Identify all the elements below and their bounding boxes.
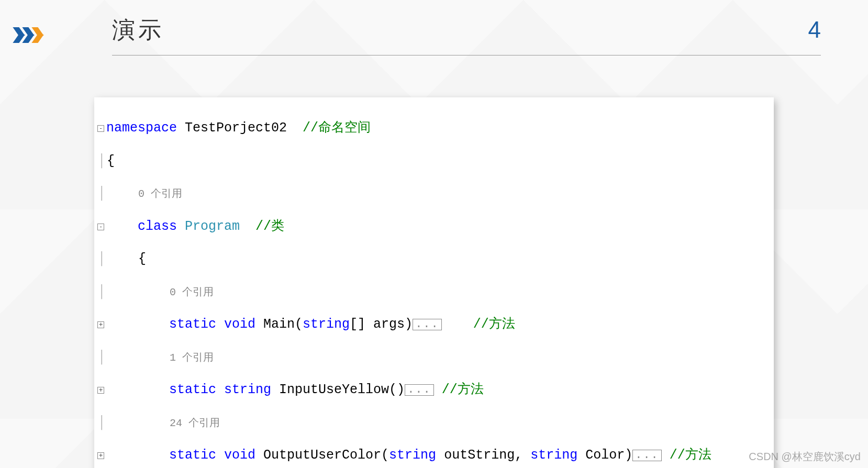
chevron-icon bbox=[16, 27, 24, 43]
codelens-references[interactable]: 24 个引用 bbox=[170, 417, 220, 429]
params: Color) bbox=[577, 448, 632, 463]
keyword: static bbox=[169, 317, 216, 332]
namespace-name: TestPorject02 bbox=[177, 120, 303, 136]
watermark-text: CSDN @林空鹿饮溪cyd bbox=[749, 450, 861, 464]
code-content: -namespace TestPorject02 //命名空间 │{ │ 0 个… bbox=[94, 104, 774, 468]
codelens-references[interactable]: 1 个引用 bbox=[170, 352, 214, 364]
type-name: Program bbox=[177, 219, 255, 234]
comment: //方法 bbox=[670, 448, 711, 463]
fold-minus-icon[interactable]: - bbox=[97, 224, 104, 230]
keyword: static bbox=[169, 448, 216, 463]
keyword: string bbox=[530, 448, 577, 463]
method-name: InputUseYellow() bbox=[271, 382, 405, 397]
method-name: Main( bbox=[255, 317, 303, 332]
comment: //命名空间 bbox=[303, 120, 371, 136]
chevron-icon bbox=[25, 27, 34, 43]
codelens-references[interactable]: 0 个引用 bbox=[170, 286, 214, 298]
fold-plus-icon[interactable]: + bbox=[97, 321, 104, 328]
fold-plus-icon[interactable]: + bbox=[97, 452, 104, 459]
chevron-icon bbox=[35, 27, 43, 43]
brace: { bbox=[107, 153, 115, 169]
keyword: static bbox=[169, 382, 216, 397]
collapsed-region[interactable]: ... bbox=[413, 319, 442, 330]
fold-minus-icon[interactable]: - bbox=[97, 125, 104, 132]
collapsed-region[interactable]: ... bbox=[405, 384, 434, 396]
fold-plus-icon[interactable]: + bbox=[97, 387, 104, 394]
slide-title: 演示 bbox=[112, 15, 164, 46]
keyword: namespace bbox=[106, 120, 177, 136]
keyword: string bbox=[303, 317, 350, 332]
keyword: void bbox=[216, 317, 255, 332]
comment: //类 bbox=[255, 219, 284, 234]
logo-chevrons bbox=[16, 27, 44, 43]
comment: //方法 bbox=[473, 317, 515, 332]
params: outString, bbox=[436, 448, 530, 463]
keyword: string bbox=[389, 448, 436, 463]
method-name: OutputUserColor( bbox=[255, 448, 389, 463]
slide-header: 演示 4 bbox=[0, 0, 868, 55]
codelens-references[interactable]: 0 个引用 bbox=[138, 188, 182, 200]
keyword: string bbox=[216, 382, 271, 397]
comment: //方法 bbox=[442, 382, 484, 397]
keyword: void bbox=[216, 448, 255, 463]
collapsed-region[interactable]: ... bbox=[632, 450, 662, 461]
title-bar: 演示 4 bbox=[112, 15, 821, 55]
params: [] args) bbox=[350, 317, 413, 332]
brace: { bbox=[138, 251, 146, 266]
page-number: 4 bbox=[808, 17, 821, 43]
code-editor-panel: -namespace TestPorject02 //命名空间 │{ │ 0 个… bbox=[94, 97, 774, 468]
keyword: class bbox=[138, 219, 177, 234]
